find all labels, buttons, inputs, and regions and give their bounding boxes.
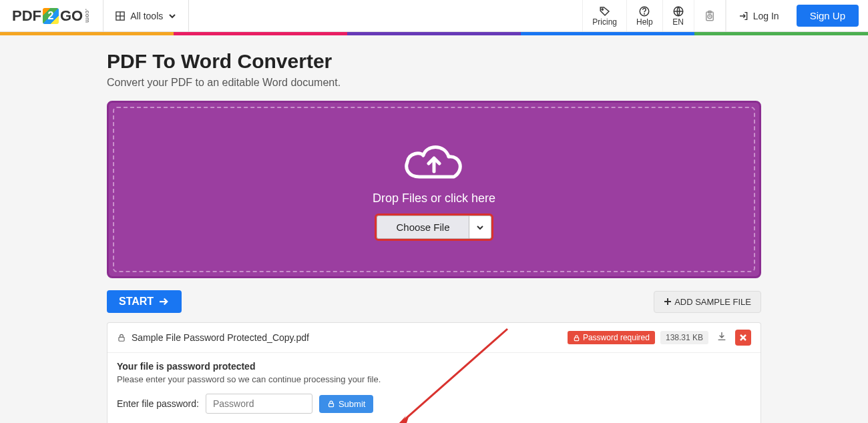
choose-file-button[interactable]: Choose File <box>377 216 468 239</box>
delete-button[interactable] <box>735 330 751 346</box>
login-button[interactable]: Log In <box>726 0 791 31</box>
submit-button[interactable]: Submit <box>319 395 373 413</box>
dropzone-inner[interactable]: Drop Files or click here Choose File <box>113 107 755 272</box>
plus-icon <box>664 298 672 306</box>
all-tools-label: All tools <box>130 11 163 21</box>
logo[interactable]: PDF 2 GO .com <box>0 0 103 31</box>
password-row: Enter file password: Submit <box>117 394 751 414</box>
add-sample-label: ADD SAMPLE FILE <box>674 297 751 307</box>
logo-sub: .com <box>84 9 91 23</box>
nav-help-label: Help <box>636 17 653 27</box>
file-row: Sample File Password Protected_Copy.pdf … <box>107 323 761 353</box>
password-input[interactable] <box>206 394 312 414</box>
chevron-down-icon <box>168 12 176 20</box>
nav-history[interactable] <box>694 0 726 31</box>
lock-icon <box>573 334 580 342</box>
close-icon <box>739 334 747 342</box>
page-title: PDF To Word Converter <box>107 50 761 73</box>
nav-language[interactable]: EN <box>662 0 694 31</box>
download-button[interactable] <box>714 330 730 346</box>
lock-icon <box>117 333 126 342</box>
svg-rect-11 <box>574 338 578 341</box>
header: PDF 2 GO .com All tools Pricing Help EN … <box>0 0 868 32</box>
login-icon <box>738 11 749 21</box>
nav-pricing[interactable]: Pricing <box>582 0 626 31</box>
grid-icon <box>116 11 125 21</box>
password-required-label: Password required <box>583 333 650 342</box>
password-desc: Please enter your password so we can con… <box>117 374 751 384</box>
svg-point-3 <box>602 8 603 9</box>
lock-icon <box>327 400 335 408</box>
dropzone[interactable]: Drop Files or click here Choose File <box>107 101 761 278</box>
logo-text-left: PDF <box>12 7 41 25</box>
file-card: Sample File Password Protected_Copy.pdf … <box>107 322 761 423</box>
choose-file-label: Choose File <box>396 222 449 233</box>
svg-rect-10 <box>119 337 124 341</box>
add-sample-button[interactable]: ADD SAMPLE FILE <box>654 291 761 313</box>
svg-rect-12 <box>329 404 333 407</box>
signup-label: Sign Up <box>810 10 845 21</box>
start-button[interactable]: START <box>107 290 182 313</box>
login-label: Log In <box>753 11 779 21</box>
choose-file-dropdown[interactable] <box>469 216 491 239</box>
password-section: Your file is password protected Please e… <box>107 353 761 423</box>
download-icon <box>716 331 727 342</box>
start-label: START <box>119 296 154 308</box>
help-icon <box>638 5 650 17</box>
globe-icon <box>672 5 684 17</box>
choose-file-wrap: Choose File <box>375 214 493 241</box>
tag-icon <box>599 5 611 17</box>
actions-row: START ADD SAMPLE FILE <box>107 290 761 313</box>
logo-square: 2 <box>43 8 59 24</box>
page-subtitle: Convert your PDF to an editable Word doc… <box>107 77 761 89</box>
password-label: Enter file password: <box>117 398 199 409</box>
submit-label: Submit <box>339 399 365 409</box>
clipboard-clock-icon <box>704 10 716 22</box>
nav-language-label: EN <box>672 17 684 27</box>
password-required-badge: Password required <box>568 331 655 344</box>
main-container: PDF To Word Converter Convert your PDF t… <box>107 35 761 423</box>
arrow-right-icon <box>158 296 170 308</box>
nav-help[interactable]: Help <box>626 0 662 31</box>
signup-button[interactable]: Sign Up <box>797 5 859 27</box>
all-tools-button[interactable]: All tools <box>103 0 189 31</box>
password-title: Your file is password protected <box>117 361 751 372</box>
logo-text-right: GO <box>60 7 83 25</box>
nav-pricing-label: Pricing <box>592 17 617 27</box>
svg-point-5 <box>644 13 645 14</box>
file-name: Sample File Password Protected_Copy.pdf <box>132 332 562 343</box>
drop-text: Drop Files or click here <box>373 191 495 205</box>
chevron-down-icon <box>476 224 484 232</box>
file-size: 138.31 KB <box>660 331 708 344</box>
cloud-upload-icon <box>401 138 467 185</box>
